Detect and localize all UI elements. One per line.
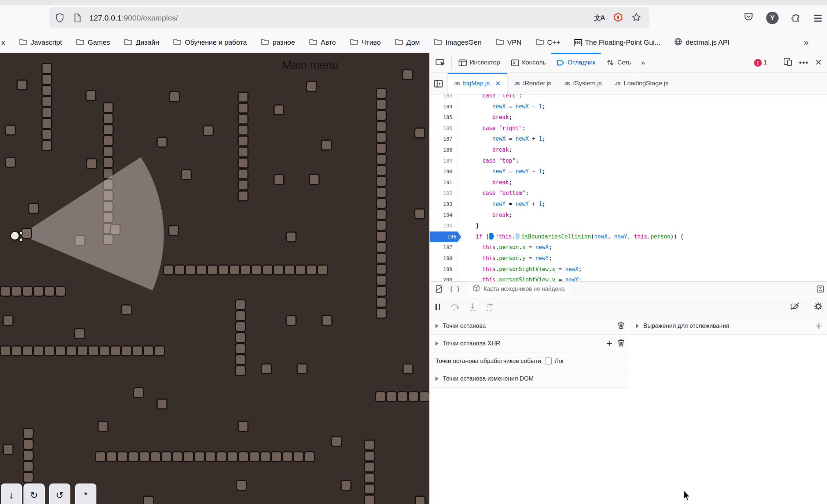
line-number[interactable]: 199: [430, 264, 457, 275]
close-devtools-icon[interactable]: ✕: [815, 58, 822, 67]
code-line-content[interactable]: case "right":: [458, 123, 827, 134]
log-checkbox[interactable]: [545, 357, 552, 364]
code-line-content[interactable]: this.person.x = newX;: [458, 242, 827, 253]
code-line-content[interactable]: case "bottom":: [458, 188, 827, 199]
tab-debugger[interactable]: Отладчик: [551, 53, 601, 73]
pause-icon[interactable]: [435, 304, 440, 310]
remove-breakpoints-icon[interactable]: [617, 321, 625, 331]
game-canvas[interactable]: Main menu ↓↻↺*: [0, 53, 429, 504]
paused-line-marker[interactable]: 196: [430, 231, 461, 242]
pick-element-icon[interactable]: [430, 53, 450, 73]
section-watch-expressions[interactable]: Выражения для отслеживания +: [630, 317, 827, 335]
translate-icon[interactable]: 文A: [594, 13, 604, 23]
url-text[interactable]: 127.0.0.1:9000/examples/: [89, 14, 178, 22]
tab-console[interactable]: Консоль: [506, 53, 551, 73]
line-number[interactable]: 186: [430, 123, 457, 134]
bookmark-item[interactable]: C++: [536, 38, 560, 47]
bookmark-item[interactable]: Дом: [395, 38, 420, 47]
line-number[interactable]: 192: [430, 188, 457, 199]
line-number[interactable]: 187: [430, 134, 457, 145]
section-event-breakpoints[interactable]: Точки останова обработчиков событи Лог: [430, 352, 630, 370]
ignore-source-icon[interactable]: [435, 285, 443, 293]
menu-icon[interactable]: [814, 15, 822, 22]
page-info-icon[interactable]: [73, 13, 81, 23]
bookmark-item[interactable]: ImagesGen: [434, 38, 481, 47]
line-number[interactable]: 183: [430, 94, 457, 101]
bookmark-item[interactable]: Авто: [309, 38, 336, 47]
code-line-content[interactable]: break;: [458, 112, 827, 123]
code-line-content[interactable]: }: [458, 220, 827, 231]
code-editor[interactable]: case "left":183newX = newX - 1;184break;…: [430, 94, 827, 281]
step-over-icon[interactable]: [450, 303, 460, 311]
code-line-content[interactable]: if (!this.isBoundariesCollision(newX, ne…: [458, 231, 827, 242]
bookmark-item[interactable]: разное: [261, 38, 295, 47]
inline-breakpoint-marker[interactable]: [515, 233, 520, 240]
line-number[interactable]: 190: [430, 166, 457, 177]
shield-icon[interactable]: [55, 13, 65, 23]
bookmark-item[interactable]: 0001The Floating-Point Gui...: [574, 38, 661, 47]
tab-network[interactable]: Сеть: [601, 53, 637, 73]
line-number[interactable]: 191: [430, 177, 457, 188]
line-number[interactable]: 189: [430, 156, 457, 167]
line-number[interactable]: 184: [430, 101, 457, 112]
move-down-button[interactable]: ↓: [1, 483, 22, 504]
line-number[interactable]: 193: [430, 199, 457, 210]
line-number[interactable]: 198: [430, 253, 457, 264]
code-line-content[interactable]: case "top":: [458, 156, 827, 167]
more-tools-chevron[interactable]: »: [637, 53, 648, 73]
extension-icon[interactable]: [613, 12, 623, 23]
panes-toggle-icon[interactable]: [817, 285, 824, 293]
section-dom-breakpoints[interactable]: Точки останова изменения DOM: [430, 370, 630, 388]
disable-breakpoints-icon[interactable]: [790, 302, 800, 312]
bookmark-item[interactable]: decimal.js API: [674, 38, 729, 48]
section-breakpoints[interactable]: Точки останова: [430, 317, 630, 335]
step-out-icon[interactable]: [485, 303, 494, 311]
bookmarks-overflow-chevron[interactable]: »: [804, 37, 809, 48]
line-number[interactable]: 194: [430, 210, 457, 221]
code-line-content[interactable]: newY = newY - 1;: [458, 166, 827, 177]
add-watch-expression-icon[interactable]: +: [816, 321, 822, 331]
bookmark-star-icon[interactable]: [632, 12, 641, 23]
bookmark-item[interactable]: x: [1, 38, 5, 47]
line-number[interactable]: 188: [430, 145, 457, 156]
code-line-content[interactable]: break;: [458, 210, 827, 221]
line-number[interactable]: 197: [430, 242, 457, 253]
action-button[interactable]: *: [75, 483, 96, 504]
bookmark-item[interactable]: Javascript: [19, 38, 62, 47]
settings-gear-icon[interactable]: [814, 302, 823, 312]
bookmark-item[interactable]: Обучение и работа: [173, 38, 247, 47]
code-line-content[interactable]: break;: [458, 177, 827, 188]
add-xhr-breakpoint-icon[interactable]: +: [606, 338, 612, 349]
extensions-puzzle-icon[interactable]: [791, 12, 801, 24]
inline-breakpoint-marker[interactable]: [489, 233, 494, 240]
source-tab-isystem[interactable]: JS ISystem.js: [558, 73, 608, 94]
step-in-icon[interactable]: [468, 303, 477, 311]
source-tab-irender[interactable]: JS IRender.js: [508, 73, 558, 94]
line-number[interactable]: 185: [430, 112, 457, 123]
account-avatar[interactable]: Y: [766, 12, 779, 24]
line-number[interactable]: 195: [430, 220, 457, 231]
rotate-cw-button[interactable]: ↻: [23, 483, 45, 504]
bookmark-item[interactable]: Чтиво: [350, 38, 381, 47]
pretty-print-icon[interactable]: { }: [449, 285, 460, 292]
bookmark-item[interactable]: Дизайн: [124, 38, 159, 47]
devtools-menu-icon[interactable]: •••: [799, 58, 808, 67]
tab-inspector[interactable]: Инспектор: [453, 53, 506, 73]
rotate-ccw-button[interactable]: ↺: [49, 483, 70, 504]
code-line-content[interactable]: newX = newX - 1;: [458, 101, 827, 112]
line-number[interactable]: 200: [430, 275, 457, 281]
bookmark-item[interactable]: Games: [76, 38, 110, 47]
bookmark-item[interactable]: VPN: [496, 38, 522, 47]
section-xhr-breakpoints[interactable]: Точки останова XHR +: [430, 335, 630, 352]
source-tab-loadingstage[interactable]: JS LoadingStage.js: [609, 73, 675, 94]
code-line-content[interactable]: this.person.y = newY;: [458, 253, 827, 264]
code-line-content[interactable]: break;: [458, 145, 827, 156]
code-line-content[interactable]: this.personSightView.x = newX;: [458, 264, 827, 275]
error-badge[interactable]: !1: [754, 59, 767, 67]
responsive-mode-icon[interactable]: [783, 58, 792, 68]
url-bar[interactable]: 127.0.0.1:9000/examples/ 文A: [49, 7, 649, 29]
code-line-content[interactable]: newX = newX + 1;: [458, 134, 827, 145]
game-title[interactable]: Main menu: [282, 59, 338, 72]
code-line-content[interactable]: this.personSightView.y = newY;: [458, 275, 827, 281]
close-tab-icon[interactable]: ✕: [495, 79, 501, 88]
